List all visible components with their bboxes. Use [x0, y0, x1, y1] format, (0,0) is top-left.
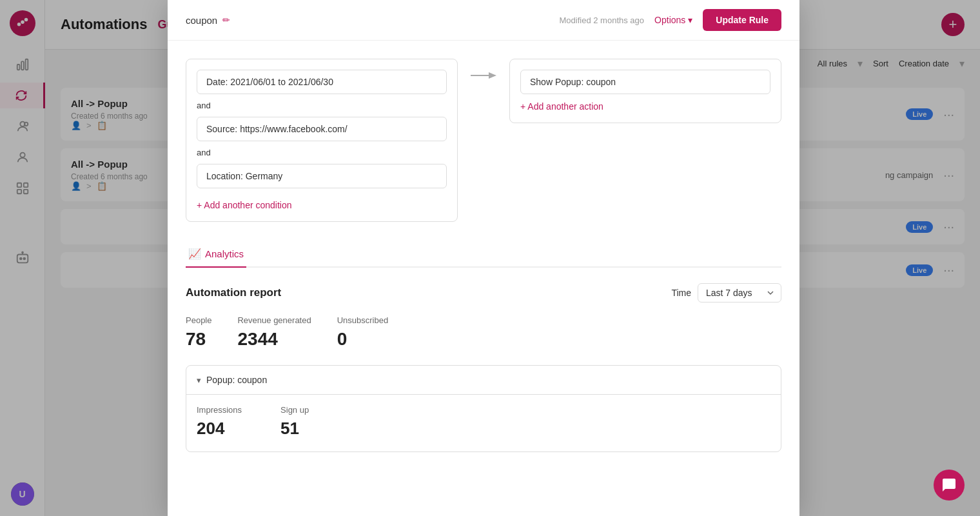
- stat-value: 0: [337, 329, 389, 350]
- stat-revenue: Revenue generated 2344: [237, 315, 311, 350]
- add-action-button[interactable]: + Add another action: [520, 101, 603, 112]
- stat-people: People 78: [186, 315, 211, 350]
- action-item[interactable]: Show Popup: coupon: [520, 70, 770, 94]
- stat-label: Revenue generated: [237, 315, 311, 325]
- time-selector: Time Last 7 days Last 30 days Last 90 da…: [671, 283, 781, 303]
- chevron-down-icon: ▾: [197, 375, 201, 385]
- report-section: Automation report Time Last 7 days Last …: [186, 283, 781, 452]
- popup-details-body: Impressions 204 Sign up 51: [186, 395, 781, 452]
- action-box: Show Popup: coupon + Add another action: [509, 59, 781, 123]
- analytics-tabs: 📈 Analytics: [186, 243, 781, 268]
- popup-stat-signup: Sign up 51: [280, 405, 309, 439]
- report-header: Automation report Time Last 7 days Last …: [186, 283, 781, 303]
- popup-stat-value: 51: [280, 419, 309, 439]
- tab-analytics[interactable]: 📈 Analytics: [186, 243, 246, 268]
- popup-stat-impressions: Impressions 204: [197, 405, 242, 439]
- conditions-box: Date: 2021/06/01 to 2021/06/30 and Sourc…: [186, 59, 458, 222]
- and-label-1: and: [197, 101, 447, 110]
- modal-header-left: coupon ✏: [186, 15, 230, 26]
- time-label: Time: [671, 288, 691, 298]
- rule-builder: Date: 2021/06/01 to 2021/06/30 and Sourc…: [186, 59, 781, 222]
- update-rule-button[interactable]: Update Rule: [703, 9, 781, 31]
- svg-marker-18: [489, 72, 496, 79]
- arrow-icon: [471, 69, 496, 82]
- and-label-2: and: [197, 148, 447, 157]
- modal: coupon ✏ Modified 2 months ago Options ▾…: [168, 0, 799, 516]
- stat-value: 78: [186, 329, 211, 350]
- popup-details-box: ▾ Popup: coupon Impressions 204 Sign up …: [186, 365, 781, 452]
- edit-rule-name-button[interactable]: ✏: [222, 15, 230, 25]
- stat-label: People: [186, 315, 211, 325]
- stat-value: 2344: [237, 329, 311, 350]
- options-button[interactable]: Options ▾: [654, 15, 692, 25]
- report-title: Automation report: [186, 286, 281, 299]
- stat-label: Unsubscribed: [337, 315, 389, 325]
- stats-row: People 78 Revenue generated 2344 Unsubsc…: [186, 315, 781, 350]
- modified-text: Modified 2 months ago: [560, 15, 645, 25]
- condition-item[interactable]: Location: Germany: [197, 164, 447, 188]
- arrow-divider: [471, 59, 496, 82]
- chat-icon: [941, 477, 957, 493]
- rule-name: coupon: [186, 15, 217, 26]
- popup-stat-label: Impressions: [197, 405, 242, 415]
- popup-stat-label: Sign up: [280, 405, 309, 415]
- analytics-tab-icon: 📈: [188, 248, 201, 260]
- popup-title: Popup: coupon: [206, 375, 267, 385]
- add-condition-button[interactable]: + Add another condition: [197, 200, 292, 210]
- condition-item[interactable]: Source: https://www.facebook.com/: [197, 117, 447, 141]
- modal-header: coupon ✏ Modified 2 months ago Options ▾…: [168, 0, 799, 41]
- stat-unsubscribed: Unsubscribed 0: [337, 315, 389, 350]
- time-select[interactable]: Last 7 days Last 30 days Last 90 days: [698, 283, 781, 303]
- chat-button[interactable]: [934, 470, 965, 501]
- modal-body: Date: 2021/06/01 to 2021/06/30 and Sourc…: [168, 41, 799, 483]
- popup-details-header[interactable]: ▾ Popup: coupon: [186, 366, 781, 395]
- modal-header-right: Modified 2 months ago Options ▾ Update R…: [560, 9, 781, 31]
- condition-item[interactable]: Date: 2021/06/01 to 2021/06/30: [197, 70, 447, 94]
- chevron-down-icon: ▾: [688, 15, 692, 25]
- popup-stat-value: 204: [197, 419, 242, 439]
